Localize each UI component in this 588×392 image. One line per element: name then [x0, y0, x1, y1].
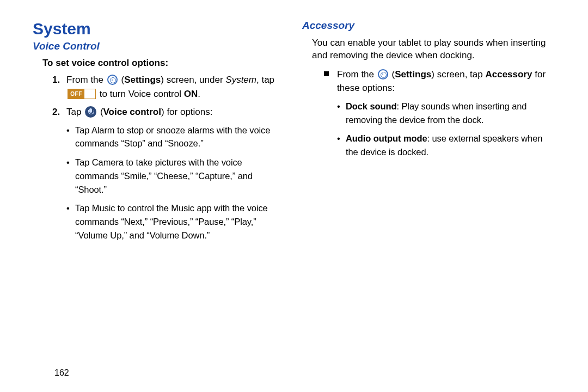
manual-page: System Voice Control To set voice contro…: [0, 0, 588, 392]
bullet-music: Tap Music to control the Music app with …: [66, 201, 280, 242]
sq-pre: From the: [337, 69, 377, 79]
step-number: 2.: [52, 105, 60, 119]
settings-word: Settings: [395, 69, 431, 79]
bullet-audio-output: Audio output mode: use external speakers…: [337, 132, 550, 159]
accessory-list: From the (Settings) screen, tap Accessor…: [322, 68, 550, 159]
step-2: 2. Tap (Voice control) for options: Tap …: [52, 105, 280, 242]
step1-mid: screen, under: [167, 75, 226, 85]
paren-close: ): [161, 107, 164, 117]
heading-accessory: Accessory: [302, 20, 550, 32]
right-column: Accessory You can enable your tablet to …: [297, 20, 561, 381]
settings-word: Settings: [124, 75, 161, 85]
accessory-main-item: From the (Settings) screen, tap Accessor…: [322, 68, 550, 159]
sq-mid: screen, tap: [437, 69, 486, 79]
accessory-sublist: Dock sound: Play sounds when inserting a…: [337, 100, 550, 159]
subhead-set-options: To set voice control options:: [42, 58, 280, 69]
toggle-off-label: OFF: [68, 89, 84, 99]
voice-control-icon: [85, 106, 96, 118]
step-1: 1. From the (Settings) screen, under Sys…: [52, 73, 280, 101]
on-word: ON: [184, 89, 198, 99]
toggle-off-icon: OFF: [68, 89, 96, 99]
step1-tail1: to turn Voice control: [100, 89, 184, 99]
paren-close: ): [431, 69, 434, 79]
step2-pre: Tap: [66, 107, 84, 117]
settings-icon: [378, 69, 388, 79]
page-number: 162: [54, 368, 69, 378]
step2-sublist: Tap Alarm to stop or snooze alarms with …: [66, 124, 280, 242]
bullet-dock-sound: Dock sound: Play sounds when inserting a…: [337, 100, 550, 127]
accessory-word: Accessory: [485, 69, 532, 79]
step1-after-system: , tap: [256, 75, 274, 85]
heading-system: System: [33, 20, 280, 38]
system-word: System: [225, 75, 256, 85]
paren-close: ): [161, 75, 164, 85]
step1-period: .: [198, 89, 200, 99]
left-column: System Voice Control To set voice contro…: [33, 20, 297, 381]
bullet-camera: Tap Camera to take pictures with the voi…: [66, 156, 280, 196]
steps-list: 1. From the (Settings) screen, under Sys…: [52, 73, 280, 242]
settings-icon: [107, 75, 118, 85]
accessory-intro: You can enable your tablet to play sound…: [312, 37, 550, 62]
step2-post: for options:: [167, 107, 212, 117]
bullet-alarm: Tap Alarm to stop or snooze alarms with …: [66, 124, 280, 151]
heading-voice-control: Voice Control: [33, 40, 280, 52]
dock-sound-head: Dock sound: [346, 101, 396, 111]
step1-text-pre: From the: [66, 75, 106, 85]
step-number: 1.: [52, 73, 60, 87]
voice-control-word: Voice control: [103, 107, 161, 117]
audio-output-head: Audio output mode: [346, 133, 427, 143]
